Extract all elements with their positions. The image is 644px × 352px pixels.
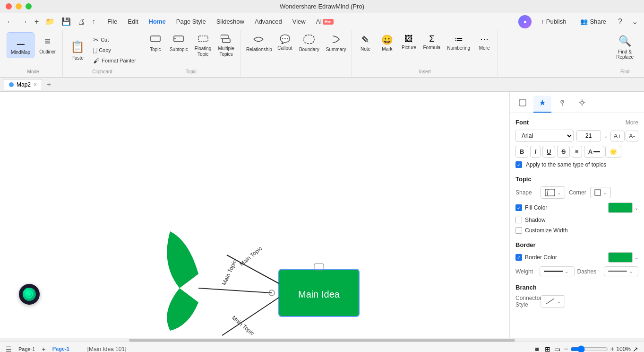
- ribbon-picture-button[interactable]: 🖼 Picture: [398, 32, 419, 53]
- align-button[interactable]: ≡: [572, 146, 582, 158]
- customize-width-checkbox[interactable]: [515, 227, 522, 234]
- ribbon-mark-button[interactable]: 😀 Mark: [377, 32, 397, 54]
- highlight-button[interactable]: 🌟: [605, 146, 621, 158]
- fill-color-checkbox[interactable]: ✓: [515, 204, 522, 211]
- border-color-checkbox[interactable]: ✓: [515, 254, 522, 261]
- ribbon-outliner-button[interactable]: ≡ Outliner: [35, 32, 60, 57]
- strikethrough-button[interactable]: S: [557, 146, 570, 158]
- zoom-slider[interactable]: [570, 345, 608, 352]
- status-right: ◾ ⊞ ▭ − + 100% ↗: [533, 345, 638, 352]
- menu-file[interactable]: File: [103, 16, 122, 27]
- ribbon-multiple-topics-button[interactable]: MultipleTopics: [215, 32, 237, 59]
- panel-toggle-button[interactable]: ▭: [554, 345, 560, 352]
- ribbon-relationship-button[interactable]: Relationship: [243, 32, 274, 54]
- user-avatar[interactable]: ●: [518, 15, 532, 28]
- panel-tab-settings[interactable]: [573, 96, 591, 113]
- menu-ai[interactable]: AI Hot: [311, 16, 338, 27]
- shape-row: Shape ⌄ Corner ⌄: [515, 186, 638, 199]
- ribbon-summary-button[interactable]: Summary: [323, 32, 349, 54]
- nav-open-button[interactable]: 📁: [43, 16, 57, 27]
- shadow-checkbox[interactable]: [515, 217, 522, 223]
- font-more-button[interactable]: More: [626, 119, 638, 126]
- font-size-decrease-button[interactable]: A-: [626, 131, 638, 141]
- italic-button[interactable]: I: [530, 146, 541, 158]
- close-button[interactable]: [6, 3, 12, 9]
- nav-new-button[interactable]: +: [32, 17, 41, 27]
- ribbon-boundary-button[interactable]: Boundary: [296, 32, 322, 54]
- maximize-button[interactable]: [26, 3, 32, 9]
- fill-color-swatch[interactable]: [608, 202, 633, 213]
- ai-float-button[interactable]: [19, 284, 40, 305]
- collapse-button[interactable]: ⌄: [629, 16, 640, 27]
- layout-toggle-button[interactable]: ◾: [533, 345, 541, 352]
- menu-advanced[interactable]: Advanced: [250, 16, 287, 27]
- font-size-dropdown[interactable]: ⌄: [604, 133, 608, 139]
- font-color-button[interactable]: A: [584, 146, 604, 158]
- connector-style-row: Connector Style ⌄: [515, 295, 638, 308]
- menu-view[interactable]: View: [288, 16, 310, 27]
- scrollbar-thumb[interactable]: [129, 339, 515, 342]
- menu-slideshow[interactable]: Slideshow: [212, 16, 249, 27]
- ribbon-cut-button[interactable]: ✂ Cut: [90, 35, 139, 45]
- svg-rect-0: [151, 36, 160, 42]
- corner-select[interactable]: ⌄: [590, 187, 611, 198]
- publish-button[interactable]: ↑ Publish: [536, 16, 571, 27]
- ribbon-callout-button[interactable]: 💬 Callout: [275, 32, 295, 53]
- nav-back-button[interactable]: ←: [4, 17, 16, 27]
- underline-button[interactable]: U: [542, 146, 555, 158]
- ribbon-floating-topic-button[interactable]: FloatingTopic: [192, 32, 215, 59]
- sidebar-toggle-button[interactable]: ☰: [6, 345, 12, 352]
- border-color-dropdown-arrow[interactable]: ⌄: [635, 255, 638, 260]
- bold-button[interactable]: B: [515, 146, 528, 158]
- font-size-increase-button[interactable]: A+: [610, 131, 625, 141]
- ribbon-subtopic-button[interactable]: Subtopic: [167, 32, 191, 54]
- horizontal-scrollbar[interactable]: [0, 338, 644, 342]
- menu-home[interactable]: Home: [144, 16, 171, 27]
- border-color-swatch[interactable]: [608, 252, 633, 263]
- fill-color-dropdown-arrow[interactable]: ⌄: [635, 205, 638, 211]
- ribbon-formula-button[interactable]: Σ Formula: [420, 32, 443, 53]
- ribbon-format-painter-button[interactable]: 🖌 Format Painter: [90, 55, 139, 66]
- ribbon-copy-button[interactable]: ⎕ Copy: [90, 45, 139, 55]
- nav-export-button[interactable]: ↑: [89, 17, 98, 27]
- tab-add-button[interactable]: +: [43, 79, 55, 91]
- page-label[interactable]: Page-1: [15, 345, 39, 352]
- font-family-select[interactable]: Arial: [515, 130, 574, 142]
- add-page-button[interactable]: +: [42, 345, 45, 352]
- zoom-out-button[interactable]: −: [564, 345, 568, 352]
- font-size-input[interactable]: [576, 130, 601, 141]
- minimize-button[interactable]: [16, 3, 22, 9]
- zoom-in-button[interactable]: +: [610, 345, 614, 352]
- nav-forward-button[interactable]: →: [18, 17, 30, 27]
- connector-style-select[interactable]: ⌄: [541, 295, 565, 308]
- menu-page-style[interactable]: Page Style: [172, 16, 211, 27]
- canvas[interactable]: Main Idea Main Topic Main Topic Main Top…: [0, 92, 509, 338]
- main-idea-node[interactable]: Main Idea: [279, 264, 359, 317]
- shape-select[interactable]: ⌄: [541, 186, 565, 199]
- weight-select[interactable]: ⌄: [540, 266, 575, 276]
- help-button[interactable]: ?: [616, 17, 625, 27]
- active-page-label[interactable]: Page-1: [49, 345, 73, 352]
- ribbon-more-button[interactable]: ⋯ More: [474, 32, 495, 53]
- panel-tab-style[interactable]: [514, 96, 532, 113]
- ribbon-find-replace-button[interactable]: 🔍 Find &Replace: [612, 32, 637, 62]
- nav-save-button[interactable]: 💾: [59, 16, 73, 27]
- nav-print-button[interactable]: 🖨: [75, 17, 87, 27]
- apply-same-checkbox[interactable]: ✓: [515, 161, 522, 168]
- share-button[interactable]: 👥 Share: [575, 16, 611, 27]
- ribbon-mindmap-button[interactable]: ⚊ MindMap: [7, 32, 34, 58]
- menu-edit[interactable]: Edit: [123, 16, 143, 27]
- tab-close-button[interactable]: ×: [34, 81, 37, 88]
- panel-tab-location[interactable]: [553, 96, 571, 113]
- tab-map2[interactable]: Map2 ×: [4, 79, 42, 90]
- ribbon-topic-button[interactable]: Topic: [145, 32, 166, 54]
- ribbon-note-button[interactable]: ✎ Note: [355, 32, 376, 54]
- panel-tab-ai[interactable]: [533, 96, 551, 113]
- fullscreen-button[interactable]: ↗: [633, 345, 638, 352]
- fit-button[interactable]: ⊞: [545, 345, 550, 352]
- format-painter-icon: 🖌: [93, 57, 100, 64]
- ribbon-paste-button[interactable]: 📋 Paste: [66, 32, 89, 68]
- dash-select[interactable]: ⌄: [604, 266, 639, 276]
- border-color-label: Border Color: [525, 254, 608, 261]
- ribbon-numbering-button[interactable]: ≔ Numbering: [444, 32, 473, 53]
